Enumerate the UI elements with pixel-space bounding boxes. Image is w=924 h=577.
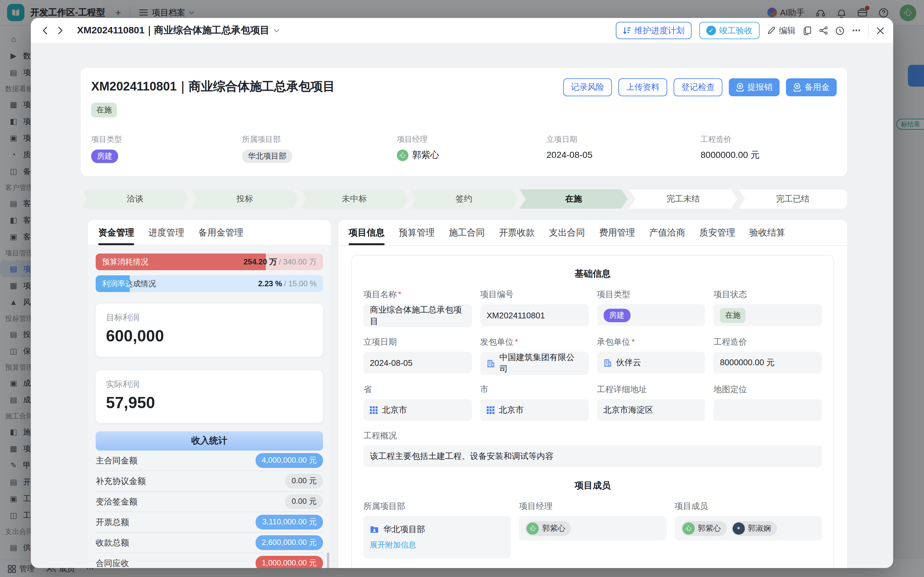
project-action-button[interactable]: 备用金 <box>786 78 837 96</box>
field-owner-unit: 发包单位* 中国建筑集团有限公司 <box>480 336 589 375</box>
project-stage-stepper: 洽谈 投标 未中标 签约 在施 完工未结 完工已结 <box>81 189 847 209</box>
income-row: 开票总额 3,110,000.00 元 <box>96 512 323 533</box>
right-panel-tab[interactable]: 费用管理 <box>599 227 635 245</box>
project-action-button[interactable]: 提报销 <box>729 78 779 96</box>
field-map-location: 地图定位 <box>714 384 822 421</box>
building-icon <box>487 359 495 367</box>
status-badge: 在施 <box>91 103 117 118</box>
field-project-name: 项目名称* 商业综合体施工总承包项目 <box>363 289 472 327</box>
income-row-value: 4,000,000.00 元 <box>255 453 323 468</box>
left-panel-scrollbar[interactable] <box>327 553 329 568</box>
required-asterisk: * <box>632 337 635 347</box>
expand-extra-info-link[interactable]: 展开附加信息 <box>370 540 416 551</box>
region-grid-icon <box>487 406 494 414</box>
project-action-button[interactable]: 上传资料 <box>618 78 667 96</box>
stage-step[interactable]: 签约 <box>410 189 518 209</box>
badge-check-icon: ✓ <box>706 26 716 35</box>
income-row-label: 合同应收 <box>96 558 129 568</box>
maintain-schedule-button[interactable]: 维护进度计划 <box>616 22 692 39</box>
chevron-down-icon <box>274 29 279 32</box>
field-project-type: 项目类型 房建 <box>597 289 705 327</box>
field-detail-address: 工程详细地址 北京市海淀区 <box>597 384 705 421</box>
income-row-value: 0.00 元 <box>285 474 323 488</box>
department-badge: 华北项目部 <box>242 150 292 163</box>
prev-record-button[interactable] <box>42 26 47 35</box>
stage-step[interactable]: 在施 <box>519 189 628 209</box>
right-panel-tab[interactable]: 预算管理 <box>399 227 435 245</box>
pencil-icon <box>767 26 776 35</box>
close-icon[interactable] <box>877 27 884 34</box>
project-info-panel: 项目信息 预算管理 施工合同 开票收款 支出合同 费用管理 <box>339 220 847 568</box>
field-contractor-unit: 承包单位* 伙伴云 <box>597 336 705 375</box>
field-start-date: 立项日期 2024-08-05 <box>363 336 472 375</box>
income-row-label: 收款总额 <box>96 537 129 548</box>
target-profit-card: 目标利润 600,000 <box>96 304 323 357</box>
member-chip: 心 郭紫心 <box>681 521 727 536</box>
left-panel-tab[interactable]: 进度管理 <box>148 227 184 245</box>
avatar: 心 <box>527 522 539 534</box>
income-row-label: 主合同金额 <box>96 455 137 466</box>
field-project-members: 项目成员 心 郭紫心 ✦ 郭淑娴 <box>674 501 822 558</box>
field-city: 市 北京市 <box>480 384 589 421</box>
right-panel-tab[interactable]: 产值洽商 <box>649 227 685 245</box>
income-row: 补充协议金额 0.00 元 <box>96 471 323 492</box>
field-project-manager: 项目经理 心 郭紫心 <box>519 501 666 558</box>
stage-step[interactable]: 投标 <box>190 189 298 209</box>
income-row-value: 0.00 元 <box>285 494 323 509</box>
field-project-code: 项目编号 XM2024110801 <box>480 289 589 327</box>
stage-step[interactable]: 完工未结 <box>629 189 737 209</box>
more-actions-button[interactable]: ⋯ <box>852 26 860 35</box>
left-panel-tab[interactable]: 备用金管理 <box>198 227 243 245</box>
stage-step[interactable]: 完工已结 <box>739 189 847 209</box>
section-basic-info: 基础信息 <box>363 268 822 280</box>
avatar: ✦ <box>732 522 745 534</box>
copy-icon[interactable] <box>803 26 812 35</box>
sort-descending-icon <box>623 26 631 35</box>
field-project-cost: 工程造价 8000000.00 元 <box>714 336 822 375</box>
share-icon[interactable] <box>819 26 828 35</box>
field-province: 省 北京市 <box>363 384 472 421</box>
right-panel-tab[interactable]: 开票收款 <box>499 227 535 245</box>
project-action-button[interactable]: 登记检查 <box>674 78 722 96</box>
stage-step[interactable]: 洽谈 <box>81 189 189 209</box>
field-project-status: 项目状态 在施 <box>714 289 822 327</box>
income-row-label: 变洽签金额 <box>96 496 137 508</box>
income-row-label: 补充协议金额 <box>96 475 146 487</box>
income-row: 收款总额 2,600,000.00 元 <box>96 533 323 553</box>
field-project-overview: 工程概况 该工程主要包括土建工程、设备安装和调试等内容 <box>363 430 822 467</box>
income-statistics-button[interactable]: 收入统计 <box>96 431 323 451</box>
modal-title[interactable]: XM2024110801｜商业综合体施工总承包项目 <box>77 24 279 37</box>
right-panel-tab[interactable]: 施工合同 <box>449 227 485 245</box>
avatar: 心 <box>397 150 408 161</box>
right-panel-tab[interactable]: 支出合同 <box>549 227 585 245</box>
profit-rate-bar: 利润率达成情况 利润率达成情况 2.23 % / 15.00 % <box>96 276 323 292</box>
income-rows: 主合同金额 4,000,000.00 元 补充协议金额 0.00 元 变洽签金额… <box>96 451 323 568</box>
field-project-manager: 项目经理 心 郭紫心 <box>397 134 547 163</box>
left-panel-tab[interactable]: 资金管理 <box>98 227 134 245</box>
completion-acceptance-button[interactable]: ✓ 竣工验收 <box>699 22 760 39</box>
field-project-type: 项目类型 房建 <box>91 134 242 163</box>
required-asterisk: * <box>515 337 518 347</box>
budget-consumption-bar: 预算消耗情况 预算消耗情况 254.20 万 / 340.00 万 <box>96 253 323 270</box>
edit-button[interactable]: 编辑 <box>767 25 796 36</box>
right-panel-tab[interactable]: 质安管理 <box>699 227 735 245</box>
history-icon[interactable] <box>835 26 844 35</box>
member-chip: 心 郭紫心 <box>526 521 571 536</box>
income-row-label: 开票总额 <box>96 516 129 528</box>
income-row: 变洽签金额 0.00 元 <box>96 492 323 512</box>
next-record-button[interactable] <box>58 26 63 35</box>
money-icon <box>736 83 744 92</box>
section-project-members: 项目成员 <box>363 480 822 492</box>
income-row-value: 1,000,000.00 元 <box>255 556 323 568</box>
actual-profit-value: 57,950 <box>106 393 313 412</box>
stage-step[interactable]: 未中标 <box>300 189 408 209</box>
income-row-value: 3,110,000.00 元 <box>256 515 323 530</box>
right-panel-tab[interactable]: 验收结算 <box>749 227 785 245</box>
project-action-button[interactable]: 记录风险 <box>563 78 612 96</box>
building-icon <box>603 358 612 367</box>
field-start-date: 立项日期 2024-08-05 <box>547 134 701 163</box>
income-row: 主合同金额 4,000,000.00 元 <box>96 451 323 471</box>
funds-panel: 资金管理 进度管理 备用金管理 预算消耗情况 预算消耗情况 <box>88 220 331 568</box>
right-panel-tab[interactable]: 项目信息 <box>349 227 385 245</box>
avatar: 心 <box>682 522 695 534</box>
